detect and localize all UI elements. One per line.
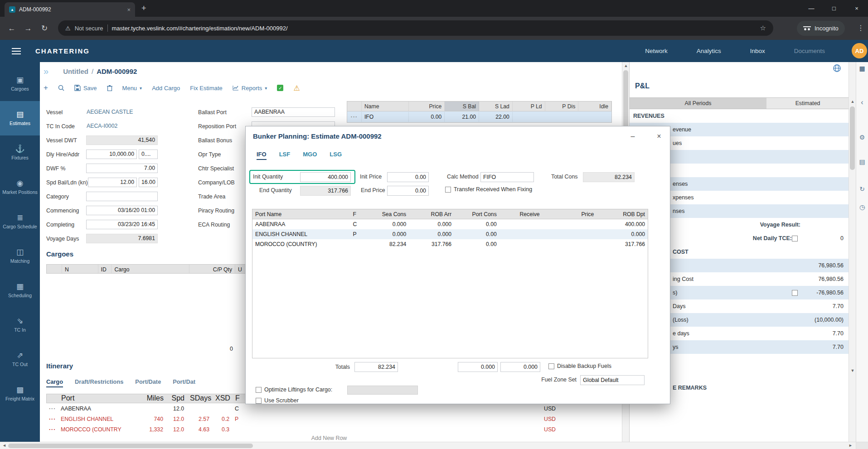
url-text[interactable]: master.tyche.veslink.com/#chartering/est… [112,25,288,32]
itinerary-col-xsd[interactable]: XSD [213,394,233,403]
refresh-icon[interactable]: ↻ [856,185,868,193]
fuel-grid-col-name[interactable]: Name [362,101,409,111]
fuel-grid-col-p-dis[interactable]: P Dis [545,101,579,111]
dly-hire-addr-field[interactable]: 10,000.00 [86,150,137,159]
window-minimize-button[interactable]: — [800,0,823,17]
expand-panel-icon[interactable]: » [44,66,48,77]
itinerary-tab-draft-restrictions[interactable]: Draft/Restrictions [75,378,123,387]
ballast-port-field[interactable]: AABENRAA [252,107,335,117]
pnl-checkbox[interactable] [792,290,798,296]
scroll-up-icon[interactable]: ▲ [622,63,630,68]
tab-close-icon[interactable]: × [127,6,131,13]
nav-documents[interactable]: Documents [794,48,825,54]
category-field[interactable] [86,192,158,201]
address-bar[interactable]: ⚠ Not secure master.tyche.veslink.com/#c… [58,20,773,36]
itinerary-tab-port-date[interactable]: Port/Date [135,378,161,387]
calc-method-field[interactable]: FIFO [480,172,534,182]
tab-ifo[interactable]: IFO [257,151,267,160]
spd-bal-ldn-kn-field-2[interactable]: 16.00 [139,178,158,187]
status-ok-icon[interactable]: ✓ [277,85,283,91]
sidebar-item-matching[interactable]: ◫Matching [0,239,40,273]
fix-estimate-button[interactable]: Fix Estimate [190,85,223,92]
itinerary-col-sdays[interactable]: SDays [187,394,213,403]
tab-lsf[interactable]: LSF [279,151,291,160]
sidebar-item-cargo-schedule[interactable]: ≣Cargo Schedule [0,204,40,239]
fuel-grid-col-price[interactable]: Price [409,101,445,111]
sidebar-item-tc-in[interactable]: ⇘TC In [0,308,40,342]
fuel-grid-col-s-bal[interactable]: S Bal [445,101,479,111]
scroll-right-icon[interactable]: ► [849,443,853,448]
fuel-grid-col-p-ld[interactable]: P Ld [513,101,545,111]
itinerary-col-f[interactable]: F [233,394,246,403]
itinerary-tab-port-dat[interactable]: Port/Dat [173,378,195,387]
avatar[interactable]: AD [852,43,867,58]
bunker-col-rob-dpt[interactable]: ROB Dpt [596,209,648,219]
fuel-grid-row[interactable]: ···IFO0.0021.0022.00 [347,111,611,122]
pnl-checkbox[interactable] [792,236,798,241]
delete-icon[interactable] [107,85,112,91]
itinerary-row[interactable]: ···ENGLISH CHANNEL74012.02.570.2PUSD [46,414,612,424]
tc-in-code-field[interactable]: AECA-I0002 [86,121,158,131]
hamburger-menu-icon[interactable] [12,48,21,54]
transfer-received-checkbox[interactable] [445,187,451,193]
add-cargo-button[interactable]: Add Cargo [152,85,180,92]
add-new-row-button[interactable]: Add New Row [46,435,612,441]
dialog-minimize-button[interactable]: – [627,131,638,142]
pnl-col-all-periods[interactable]: All Periods [630,98,766,109]
clock-icon[interactable]: ◷ [856,203,868,211]
bunker-col-price[interactable]: Price [543,209,597,219]
collapse-chevron-icon[interactable]: ‹ [856,98,868,106]
search-icon[interactable] [58,85,64,91]
itinerary-col-spd[interactable]: Spd [166,394,187,403]
back-button[interactable]: ← [4,24,20,33]
sidebar-item-tc-out[interactable]: ⇗TC Out [0,342,40,377]
scroll-down-icon[interactable]: ▼ [849,368,856,373]
end-price-field[interactable]: 0.00 [387,186,429,196]
bunker-col-port-cons[interactable]: Port Cons [454,209,499,219]
bunker-row[interactable]: AABENRAAC0.0000.0000.00400.000 [252,219,648,229]
bunker-row[interactable]: MOROCCO (COUNTRY)82.234317.7660.00317.76… [252,239,648,249]
document-icon[interactable]: ▤ [856,158,868,165]
row-menu-icon[interactable]: ··· [46,416,58,422]
menu-button[interactable]: Menu▾ [122,85,142,92]
reports-button[interactable]: Reports▾ [233,85,267,92]
itinerary-row[interactable]: ···AABENRAA12.0CUSD [46,403,612,414]
itinerary-row[interactable]: ···MOROCCO (COUNTRY1,33212.04.630.3USD [46,424,612,435]
save-button[interactable]: Save [74,85,97,92]
disable-backup-fuels-checkbox[interactable] [548,363,554,369]
bunker-row[interactable]: ENGLISH CHANNELP0.0000.0000.000.000 [252,229,648,239]
scroll-up-icon[interactable]: ▲ [849,99,856,104]
cargoes-col-n[interactable]: N [62,265,98,273]
add-icon[interactable]: + [44,83,48,92]
pnl-scrollbar-thumb[interactable] [850,106,855,170]
warning-icon[interactable]: ⚠ [293,84,300,92]
completing-field[interactable]: 03/23/20 16:45 [86,220,158,229]
sidebar-item-market-positions[interactable]: ◉Market Positions [0,170,40,204]
new-tab-button[interactable]: + [141,4,146,13]
window-close-button[interactable]: × [845,0,868,17]
horizontal-scrollbar-thumb[interactable] [8,444,253,448]
bunker-col-sea-cons[interactable]: Sea Cons [368,209,409,219]
tab-mgo[interactable]: MGO [303,151,317,160]
sidebar-item-estimates[interactable]: ▤Estimates [0,101,40,135]
commencing-field[interactable]: 03/16/20 01:00 [86,206,158,215]
nav-network[interactable]: Network [645,48,668,54]
bunker-col-rob-arr[interactable]: ROB Arr [409,209,454,219]
init-price-field[interactable]: 0.00 [387,172,429,182]
horizontal-scrollbar[interactable]: ◄ ► [0,442,868,449]
browser-menu-icon[interactable]: ⋮ [857,24,864,32]
nav-analytics[interactable]: Analytics [697,48,721,54]
vessel-field[interactable]: AEGEAN CASTLE [86,107,158,117]
window-maximize-button[interactable]: □ [823,0,845,17]
use-scrubber-checkbox[interactable] [256,398,262,404]
sidebar-item-scheduling[interactable]: ▦Scheduling [0,273,40,308]
forward-button[interactable]: → [20,24,36,33]
row-menu-icon[interactable]: ··· [347,112,362,122]
globe-icon[interactable] [833,64,841,74]
reload-button[interactable]: ↻ [36,24,53,33]
nav-inbox[interactable]: Inbox [750,48,765,54]
scroll-left-icon[interactable]: ◄ [2,443,6,448]
cargoes-col-c-p-qty[interactable]: C/P Qty [189,265,236,273]
itinerary-col-port[interactable]: Port [58,394,133,403]
pnl-col-estimated[interactable]: Estimated [766,98,849,109]
